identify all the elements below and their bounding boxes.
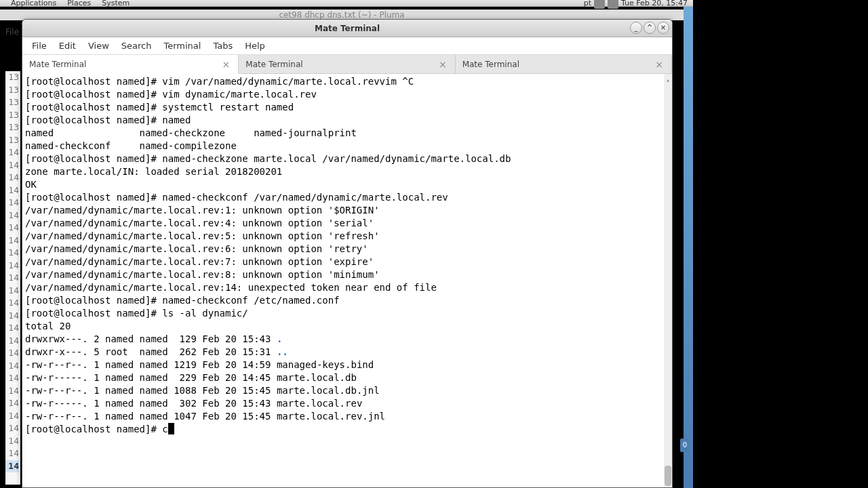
terminal-line: [root@localhost named]# vim /var/named/d… — [25, 75, 669, 88]
scroll-thumb[interactable] — [665, 466, 671, 486]
menu-edit[interactable]: Edit — [54, 39, 81, 53]
desktop-right-strip — [684, 7, 693, 488]
tab-label: Mate Terminal — [29, 60, 86, 69]
system-menu[interactable]: System — [96, 0, 135, 7]
tab-0[interactable]: Mate Terminal× — [22, 55, 239, 74]
network-icon[interactable] — [594, 0, 605, 9]
tab-2[interactable]: Mate Terminal× — [456, 55, 672, 73]
tab-bar: Mate Terminal×Mate Terminal×Mate Termina… — [22, 55, 672, 74]
terminal-line: /var/named/dynamic/marte.local.rev:6: un… — [25, 243, 669, 256]
close-button[interactable]: × — [657, 22, 669, 34]
terminal-window: Mate Terminal _ ^ × FileEditViewSearchTe… — [22, 19, 673, 488]
terminal-line: [root@localhost named]# named-checkzone … — [25, 152, 669, 165]
cursor — [168, 423, 174, 434]
terminal-line: named-checkconf named-compilezone — [25, 140, 669, 152]
terminal-line: [root@localhost named]# ls -al dynamic/ — [25, 307, 669, 320]
menu-file[interactable]: File — [26, 39, 52, 53]
terminal-line: /var/named/dynamic/marte.local.rev:14: u… — [25, 281, 669, 294]
ls-row: -rw-r--r--. 1 named named 1219 Feb 20 14… — [25, 359, 669, 371]
menu-search[interactable]: Search — [116, 39, 157, 53]
ls-row: -rw-r-----. 1 named named 229 Feb 20 14:… — [25, 371, 669, 384]
ls-row: -rw-r--r--. 1 named named 1088 Feb 20 15… — [25, 384, 669, 397]
terminal-line: OK — [25, 178, 669, 191]
ls-filename: marte.local.db.jnl — [277, 385, 380, 396]
tab-label: Mate Terminal — [245, 60, 302, 69]
ls-filename: .. — [277, 346, 288, 357]
places-menu[interactable]: Places — [62, 0, 96, 7]
tab-close-icon[interactable]: × — [654, 59, 665, 70]
terminal-line: /var/named/dynamic/marte.local.rev:8: un… — [25, 268, 669, 281]
tab-close-icon[interactable]: × — [221, 59, 232, 70]
menubar: FileEditViewSearchTerminalTabsHelp — [22, 37, 672, 55]
apps-menu[interactable]: Applications — [5, 0, 62, 7]
editor-line-gutter: 1313131313131414141414141414141414141414… — [5, 71, 20, 485]
maximize-button[interactable]: ^ — [644, 22, 656, 34]
terminal-line: /var/named/dynamic/marte.local.rev:7: un… — [25, 256, 669, 268]
background-editor-file-menu: File — [5, 27, 19, 37]
terminal-line: [root@localhost named]# named-checkconf … — [25, 191, 669, 204]
terminal-body[interactable]: ▴ [root@localhost named]# vim /var/named… — [22, 74, 672, 487]
terminal-line: [root@localhost named]# named — [25, 114, 669, 127]
ls-filename: . — [277, 333, 282, 344]
terminal-line: zone marte.local/IN: loaded serial 20182… — [25, 165, 669, 178]
ls-row: drwxrwx---. 2 named named 129 Feb 20 15:… — [25, 333, 669, 346]
terminal-line: /var/named/dynamic/marte.local.rev:4: un… — [25, 217, 669, 230]
ls-row: -rw-r--r--. 1 named named 1047 Feb 20 15… — [25, 410, 669, 423]
keyboard-indicator[interactable]: pt — [584, 0, 591, 7]
ls-filename: marte.local.rev.jnl — [277, 411, 385, 422]
terminal-line: named named-checkzone named-journalprint — [25, 127, 669, 140]
terminal-line: [root@localhost named]# systemctl restar… — [25, 101, 669, 114]
workspace-indicator[interactable]: 0 — [680, 439, 690, 452]
ls-filename: marte.local.db — [277, 372, 357, 383]
ls-row: -rw-r-----. 1 named named 302 Feb 20 15:… — [25, 397, 669, 410]
menu-tabs[interactable]: Tabs — [208, 39, 238, 53]
minimize-button[interactable]: _ — [630, 22, 642, 34]
menu-terminal[interactable]: Terminal — [158, 39, 206, 53]
terminal-line: /var/named/dynamic/marte.local.rev:5: un… — [25, 230, 669, 243]
scrollbar[interactable]: ▴ — [664, 74, 672, 487]
terminal-line: /var/named/dynamic/marte.local.rev:1: un… — [25, 204, 669, 217]
scroll-up-icon[interactable]: ▴ — [665, 74, 671, 82]
ls-filename: managed-keys.bind — [277, 359, 374, 370]
sound-icon[interactable] — [608, 0, 618, 9]
terminal-line: total 20 — [25, 320, 669, 333]
ls-filename: marte.local.rev — [277, 398, 362, 409]
ls-row: drwxr-x---. 5 root named 262 Feb 20 15:3… — [25, 346, 669, 359]
tab-label: Mate Terminal — [462, 60, 519, 69]
titlebar[interactable]: Mate Terminal _ ^ × — [22, 20, 672, 37]
terminal-line: [root@localhost named]# named-checkconf … — [25, 294, 669, 307]
top-panel: Applications Places System pt Tue Feb 20… — [0, 0, 693, 7]
menu-help[interactable]: Help — [239, 39, 271, 53]
terminal-line: [root@localhost named]# vim dynamic/mart… — [25, 88, 669, 101]
menu-view[interactable]: View — [83, 39, 115, 53]
tab-1[interactable]: Mate Terminal× — [239, 55, 455, 73]
window-title: Mate Terminal — [315, 24, 380, 33]
clock[interactable]: Tue Feb 20, 15:47 — [621, 0, 688, 7]
tab-close-icon[interactable]: × — [437, 59, 448, 70]
prompt-line[interactable]: [root@localhost named]# c — [25, 423, 669, 436]
